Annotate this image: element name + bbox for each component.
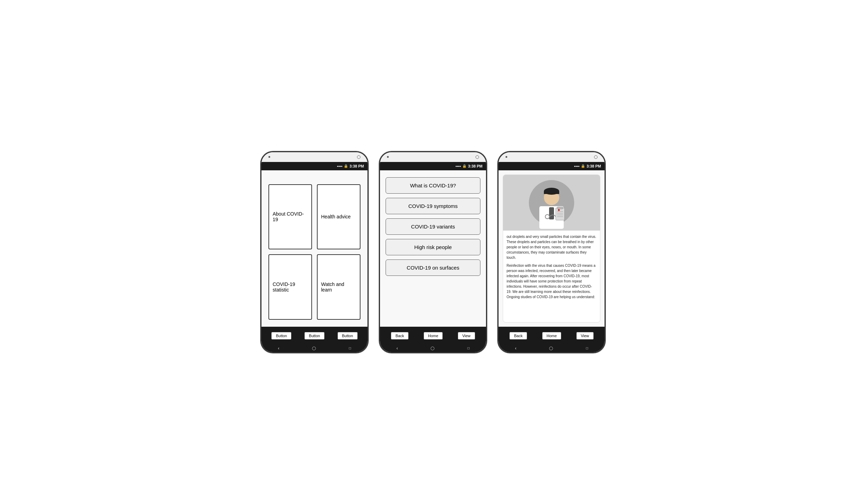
android-recents-icon-2: □: [468, 346, 470, 350]
phone-top-decorations-2: [380, 152, 486, 162]
android-home-icon-2: ◯: [431, 346, 434, 350]
covid-statistic-button[interactable]: COVID-19 statistic: [268, 254, 312, 320]
signal-icon: ▪▪▪▪: [337, 164, 343, 168]
time-display: 3:38 PM: [349, 164, 364, 168]
lock-icon: 🔒: [344, 164, 348, 168]
symptoms-button[interactable]: COVID-19 symptoms: [386, 198, 480, 214]
svg-rect-7: [556, 208, 564, 220]
android-recents-icon: □: [349, 346, 351, 350]
android-home-icon-3: ◯: [549, 346, 553, 350]
phone-camera-3: [594, 155, 598, 159]
time-display-2: 3:38 PM: [468, 164, 483, 168]
back-button-2[interactable]: Back: [391, 332, 408, 340]
main-grid: About COVID-19 Health advice COVID-19 st…: [261, 170, 367, 327]
back-button-3[interactable]: Back: [509, 332, 527, 340]
menu-list: What is COVID-19? COVID-19 symptoms COVI…: [380, 170, 486, 327]
content-text: out droplets and very small particles th…: [503, 231, 600, 322]
about-covid-button[interactable]: About COVID-19: [268, 184, 312, 250]
doctor-image: [503, 175, 600, 231]
android-back-icon-2: ‹: [396, 346, 398, 351]
android-home-icon: ◯: [312, 346, 316, 350]
home-button-3[interactable]: Home: [542, 332, 561, 340]
main-content: About COVID-19 Health advice COVID-19 st…: [261, 170, 367, 327]
status-bar-3: ▪▪▪▪ 🔒 3:38 PM: [499, 162, 605, 170]
watch-learn-button[interactable]: Watch and learn: [317, 254, 360, 320]
status-bar-2: ▪▪▪▪ 🔒 3:38 PM: [380, 162, 486, 170]
phone-dot-left-3: [506, 156, 507, 158]
android-back-icon: ‹: [278, 346, 279, 351]
screenshot-container: ▪▪▪▪ 🔒 3:38 PM About COVID-19 Health adv…: [260, 151, 606, 353]
svg-rect-2: [549, 207, 554, 219]
paragraph-1: out droplets and very small particles th…: [507, 234, 597, 260]
nav-button-2[interactable]: Button: [304, 332, 325, 340]
view-button-2[interactable]: View: [458, 332, 475, 340]
phone-menu: ▪▪▪▪ 🔒 3:38 PM What is COVID-19? COVID-1…: [379, 151, 487, 353]
android-back-icon-3: ‹: [515, 346, 516, 351]
signal-icon-2: ▪▪▪▪: [456, 164, 461, 168]
surfaces-button[interactable]: COVID-19 on surfaces: [386, 259, 480, 276]
bottom-bar-3: Back Home View: [499, 327, 605, 346]
phone-top-decorations: [261, 152, 367, 162]
variants-button[interactable]: COVID-19 variants: [386, 218, 480, 235]
signal-icon-3: ▪▪▪▪: [574, 164, 580, 168]
phone-top-decorations-3: [499, 152, 605, 162]
bottom-bar-2: Back Home View: [380, 327, 486, 346]
phone-camera: [357, 155, 360, 159]
article-content: out droplets and very small particles th…: [499, 170, 605, 327]
phone-dot-left: [268, 156, 270, 158]
time-display-3: 3:38 PM: [586, 164, 601, 168]
nav-button-1[interactable]: Button: [271, 332, 291, 340]
phone-main: ▪▪▪▪ 🔒 3:38 PM About COVID-19 Health adv…: [260, 151, 369, 353]
bottom-bar-1: Button Button Button: [261, 327, 367, 346]
phone-content: ▪▪▪▪ 🔒 3:38 PM: [497, 151, 606, 353]
content-area: out droplets and very small particles th…: [499, 170, 605, 327]
health-advice-button[interactable]: Health advice: [317, 184, 360, 250]
menu-content: What is COVID-19? COVID-19 symptoms COVI…: [380, 170, 486, 327]
svg-rect-8: [557, 207, 563, 209]
home-button-2[interactable]: Home: [424, 332, 443, 340]
svg-rect-5: [544, 191, 559, 194]
phone-dot-left-2: [387, 156, 389, 158]
nav-button-3[interactable]: Button: [337, 332, 358, 340]
phone-camera-2: [476, 155, 479, 159]
lock-icon-2: 🔒: [462, 164, 466, 168]
what-covid-button[interactable]: What is COVID-19?: [386, 177, 480, 194]
paragraph-2: Reinfection with the virus that causes C…: [507, 263, 597, 300]
status-bar-1: ▪▪▪▪ 🔒 3:38 PM: [261, 162, 367, 170]
high-risk-button[interactable]: High risk people: [386, 239, 480, 255]
content-card: out droplets and very small particles th…: [503, 175, 600, 323]
android-recents-icon-3: □: [586, 346, 588, 350]
lock-icon-3: 🔒: [581, 164, 585, 168]
view-button-3[interactable]: View: [576, 332, 594, 340]
